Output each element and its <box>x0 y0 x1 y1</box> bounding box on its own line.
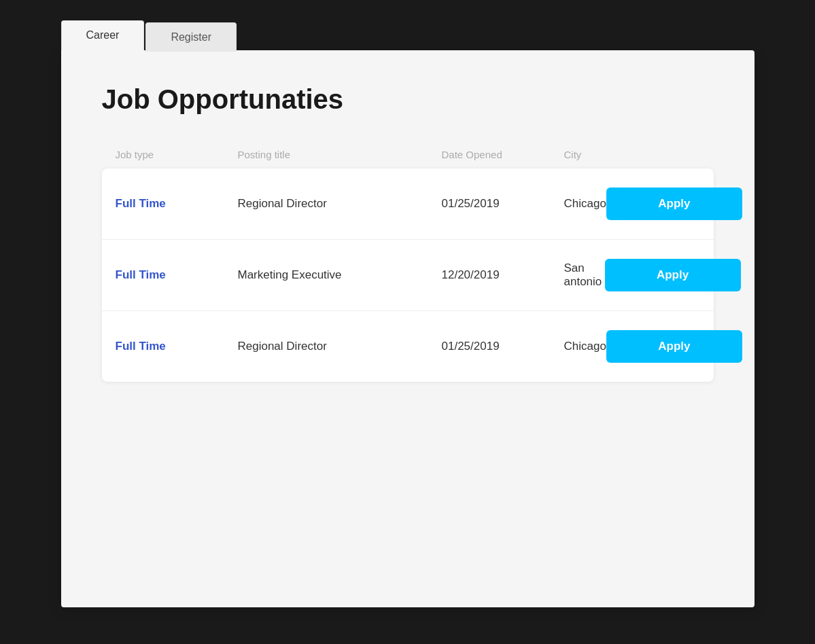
col-header-job-type: Job type <box>116 149 238 160</box>
table-row: Full Time Regional Director 01/25/2019 C… <box>102 311 714 382</box>
apply-button[interactable]: Apply <box>605 259 741 291</box>
tab-register[interactable]: Register <box>145 22 237 52</box>
listings-card: Full Time Regional Director 01/25/2019 C… <box>102 168 714 382</box>
city: Chicago <box>564 197 606 211</box>
date-opened: 01/25/2019 <box>442 340 564 353</box>
job-type: Full Time <box>116 268 238 282</box>
col-header-city: City <box>564 149 605 160</box>
tab-career[interactable]: Career <box>61 20 145 50</box>
main-card: Job Opportunaties Job type Posting title… <box>61 50 755 607</box>
table-row: Full Time Regional Director 01/25/2019 C… <box>102 168 714 240</box>
tabs-row: Career Register <box>61 20 755 50</box>
table-row: Full Time Marketing Executive 12/20/2019… <box>102 240 714 311</box>
job-type: Full Time <box>116 340 238 353</box>
col-header-date-opened: Date Opened <box>442 149 564 160</box>
city: San antonio <box>564 262 605 289</box>
page-title: Job Opportunaties <box>102 84 714 115</box>
date-opened: 12/20/2019 <box>442 268 564 282</box>
posting-title: Marketing Executive <box>238 268 442 282</box>
posting-title: Regional Director <box>238 340 442 353</box>
apply-button[interactable]: Apply <box>606 187 742 220</box>
table-headers: Job type Posting title Date Opened City <box>102 142 714 168</box>
window-container: Career Register Job Opportunaties Job ty… <box>61 20 755 607</box>
job-type: Full Time <box>116 197 238 211</box>
apply-button[interactable]: Apply <box>606 330 742 363</box>
date-opened: 01/25/2019 <box>442 197 564 211</box>
city: Chicago <box>564 340 606 353</box>
posting-title: Regional Director <box>238 197 442 211</box>
col-header-posting-title: Posting title <box>238 149 442 160</box>
